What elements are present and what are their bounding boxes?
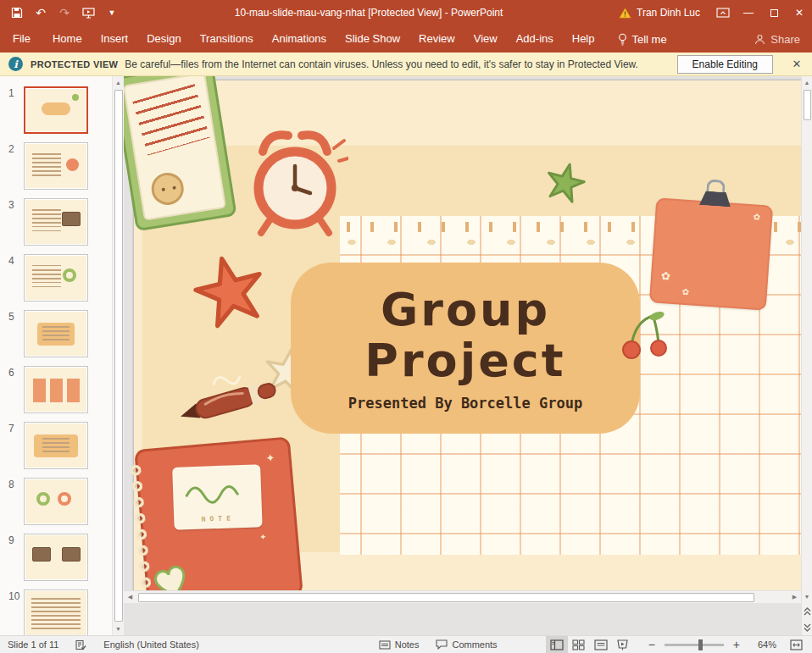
zoom-slider-knob[interactable] (698, 639, 703, 650)
previous-slide-button[interactable] (802, 603, 812, 619)
slide-sorter-view-button[interactable] (568, 636, 590, 653)
heart-sticker (147, 558, 195, 590)
zoom-in-button[interactable]: + (731, 636, 742, 653)
notes-button[interactable]: Notes (376, 636, 422, 653)
close-button[interactable]: ✕ (787, 0, 812, 25)
share-button[interactable]: Share (754, 33, 800, 46)
scroll-right-arrow[interactable]: ▶ (788, 591, 801, 603)
zoom-slider[interactable] (665, 644, 724, 646)
flower-doodle: ✿ (753, 213, 760, 222)
slide-canvas[interactable]: ✿ ✿ ✿ Group Project Presented By Borcell… (134, 80, 801, 590)
tab-transitions[interactable]: Transitions (191, 25, 263, 53)
slide-show-button[interactable] (612, 636, 634, 653)
slide-number: 4 (0, 254, 24, 302)
slide-thumbnail-2[interactable] (24, 142, 88, 190)
scrollbar-thumb[interactable] (114, 90, 123, 622)
zoom-level[interactable]: 64% (748, 639, 776, 650)
slide-indicator-label: Slide 1 of 11 (8, 639, 58, 650)
powerpoint-window: ↶ ↷ ▼ 10-mau-slide-mau-vang-nhat [Protec… (0, 0, 812, 653)
slide-title-line1: Group (381, 285, 550, 335)
tab-view[interactable]: View (464, 25, 507, 53)
slide-number: 5 (0, 310, 24, 357)
editor-bottom-filler (124, 603, 801, 635)
thumbnail-scrollbar: ▲ ▼ (112, 76, 124, 635)
scroll-up-arrow[interactable]: ▲ (802, 76, 812, 89)
fit-slide-to-window-button[interactable] (785, 636, 807, 653)
tell-me-button[interactable]: Tell me (618, 33, 667, 46)
alarm-clock-illustration[interactable] (242, 125, 348, 239)
scrollbar-thumb[interactable] (804, 90, 811, 120)
slide-title-line2: Project (364, 335, 565, 386)
slide-indicator[interactable]: Slide 1 of 11 (5, 636, 61, 653)
tab-insert[interactable]: Insert (92, 25, 138, 53)
thumbnail-row: 4 (0, 254, 112, 302)
tab-slide-show[interactable]: Slide Show (336, 25, 409, 53)
comments-button[interactable]: Comments (433, 636, 499, 653)
tell-me-label: Tell me (632, 33, 667, 46)
enable-editing-button[interactable]: Enable Editing (677, 55, 773, 74)
scroll-down-arrow[interactable]: ▼ (113, 623, 124, 635)
art-shape (42, 326, 70, 341)
slide-thumbnail-10[interactable] (24, 589, 88, 635)
banner-close-icon[interactable]: ✕ (785, 58, 809, 70)
slide-number: 8 (0, 478, 24, 525)
next-slide-button[interactable] (802, 619, 812, 635)
tab-home[interactable]: Home (43, 25, 92, 53)
scroll-left-arrow[interactable]: ◀ (124, 591, 136, 603)
redo-icon[interactable]: ↷ (58, 6, 71, 19)
undo-icon[interactable]: ↶ (34, 6, 47, 19)
slide-thumbnail-9[interactable] (24, 534, 88, 581)
normal-view-button[interactable] (546, 636, 568, 653)
sticky-note[interactable]: ✿ ✿ ✿ (649, 197, 773, 310)
slide-thumbnail-6[interactable] (24, 366, 88, 413)
art-shape (32, 209, 61, 235)
user-name: Tran Dinh Luc (637, 7, 700, 19)
tab-animations[interactable]: Animations (263, 25, 336, 53)
thumbnail-row: 7 (0, 422, 112, 469)
pen-illustration[interactable] (168, 364, 299, 436)
tab-help[interactable]: Help (563, 25, 604, 53)
scroll-up-arrow[interactable]: ▲ (113, 76, 124, 89)
slide-thumbnail-4[interactable] (24, 254, 88, 302)
notes-label: Notes (395, 639, 420, 650)
red-notebook-illustration[interactable]: NOTE ✦ ✦ (134, 436, 303, 590)
comments-icon (436, 639, 448, 650)
tab-add-ins[interactable]: Add-ins (507, 25, 563, 53)
slide-number: 9 (0, 534, 24, 581)
art-shape (32, 265, 61, 291)
flower-doodle: ✿ (661, 270, 671, 282)
maximize-button[interactable] (761, 0, 787, 25)
slide-number: 1 (0, 86, 24, 134)
tab-review[interactable]: Review (409, 25, 464, 53)
art-shape (32, 547, 51, 562)
slide-thumbnail-5[interactable] (24, 310, 88, 357)
slide-thumbnail-3[interactable] (24, 198, 88, 246)
scroll-down-arrow[interactable]: ▼ (802, 590, 812, 603)
language-button[interactable]: English (United States) (101, 636, 202, 653)
slide-thumbnail-7[interactable] (24, 422, 88, 469)
ribbon-display-options-icon[interactable] (710, 0, 736, 25)
green-notebook-illustration[interactable] (124, 76, 237, 231)
tab-design[interactable]: Design (137, 25, 190, 53)
tab-file[interactable]: File (0, 25, 43, 53)
zoom-out-button[interactable]: − (646, 636, 658, 653)
slide-thumbnail-1[interactable] (24, 86, 88, 134)
proofing-status-icon[interactable] (73, 636, 89, 653)
art-shape (63, 268, 76, 282)
save-icon[interactable] (10, 6, 24, 19)
minimize-button[interactable]: — (736, 0, 761, 25)
customize-quick-access-icon[interactable]: ▼ (105, 6, 119, 19)
person-icon (754, 34, 765, 45)
slide-number: 2 (0, 142, 24, 190)
scrollbar-thumb[interactable] (138, 593, 754, 602)
art-shape (66, 158, 79, 171)
account-button[interactable]: Tran Dinh Luc (619, 7, 700, 19)
reading-view-button[interactable] (590, 636, 612, 653)
title-pill[interactable]: Group Project Presented By Borcelle Grou… (291, 263, 640, 434)
start-slideshow-icon[interactable] (81, 6, 95, 19)
thumbnail-row: 6 (0, 366, 112, 413)
slide-thumbnail-8[interactable] (24, 478, 88, 525)
notebook-paper (124, 76, 226, 221)
art-shape (33, 379, 81, 402)
cherries-illustration[interactable] (619, 309, 671, 360)
